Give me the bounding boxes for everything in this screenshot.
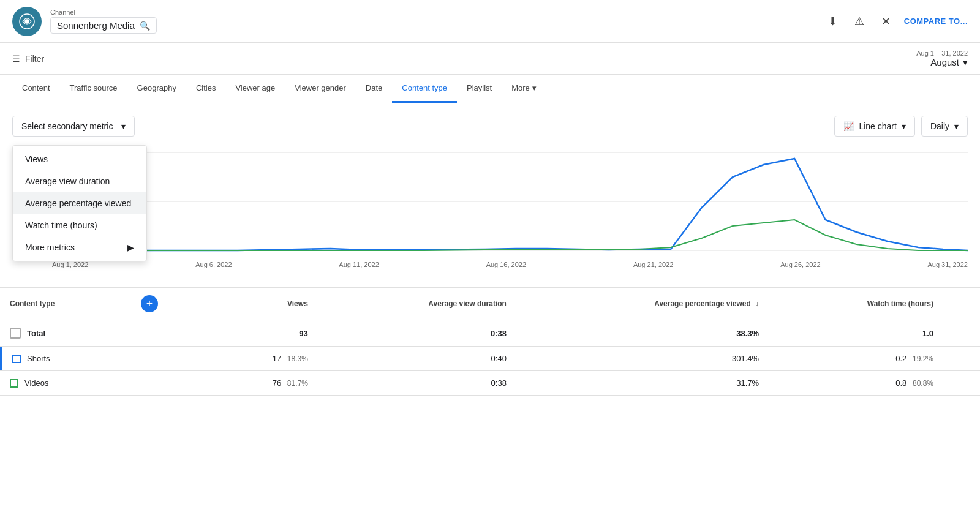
dropdown-watch-time[interactable]: Watch time (hours) (13, 214, 146, 236)
chart-type-button[interactable]: 📈 Line chart ▾ (834, 116, 914, 137)
filter-control[interactable]: ☰ Filter (12, 54, 44, 64)
shorts-views: 17 18.3% (206, 347, 318, 371)
line-chart-svg (52, 146, 968, 257)
frequency-label: Daily (930, 121, 949, 131)
shorts-watch-time: 0.2 19.2% (769, 347, 943, 371)
data-table-wrapper: Content type + Views Average view durati… (0, 287, 980, 396)
metric-dropdown-menu: Views Average view duration Average perc… (12, 145, 147, 261)
date-range-label: Aug 1 – 31, 2022 (916, 50, 968, 57)
col-header-watch-time: Watch time (hours) (769, 288, 943, 320)
col-header-spacer (943, 288, 980, 320)
tab-bar: Content Traffic source Geography Cities … (0, 75, 980, 103)
shorts-color-bar (0, 347, 2, 370)
shorts-avg-view-dur: 0:40 (318, 347, 516, 371)
filter-bar: ☰ Filter Aug 1 – 31, 2022 August ▾ (0, 43, 980, 75)
shorts-watch-time-pct: 19.2% (913, 355, 933, 363)
channel-name: Sonnenberg Media (57, 20, 135, 31)
table-header-row: Content type + Views Average view durati… (0, 288, 980, 320)
tab-viewer-gender[interactable]: Viewer gender (285, 75, 356, 103)
videos-color-indicator[interactable] (10, 379, 18, 388)
date-range-control[interactable]: Aug 1 – 31, 2022 August ▾ (916, 50, 968, 68)
shorts-label: Shorts (27, 354, 50, 363)
tab-date[interactable]: Date (356, 75, 392, 103)
search-icon: 🔍 (140, 21, 150, 31)
compare-button[interactable]: COMPARE TO... (904, 17, 968, 26)
tab-traffic-source[interactable]: Traffic source (60, 75, 127, 103)
alert-button[interactable]: ⚠ (851, 11, 868, 32)
add-column-button[interactable]: + (141, 295, 158, 312)
x-label-3: Aug 11, 2022 (339, 261, 379, 268)
videos-avg-pct-viewed: 31.7% (516, 371, 769, 396)
tab-cities[interactable]: Cities (186, 75, 226, 103)
frequency-dropdown-icon: ▾ (954, 121, 959, 131)
dropdown-views[interactable]: Views (13, 148, 146, 170)
chart-controls: Select secondary metric ▾ 📈 Line chart ▾… (12, 116, 968, 137)
videos-watch-time-pct: 80.8% (913, 379, 933, 388)
videos-views-pct: 81.7% (287, 379, 308, 388)
line-chart-icon: 📈 (843, 121, 854, 131)
channel-logo (12, 7, 42, 36)
total-avg-view-dur: 0:38 (318, 320, 516, 347)
metric-dropdown-icon: ▾ (121, 121, 126, 131)
x-label-5: Aug 21, 2022 (633, 261, 673, 268)
close-button[interactable]: ✕ (878, 11, 894, 32)
shorts-views-pct: 18.3% (287, 355, 308, 363)
table-row-total: Total 93 0:38 38.3% 1.0 (0, 320, 980, 347)
chart-wrapper: 1,200.0% 600.0% 0.0% Aug 1, 2022 Aug 6, … (12, 146, 968, 281)
tab-geography[interactable]: Geography (127, 75, 186, 103)
videos-views: 76 81.7% (206, 371, 318, 396)
col-header-views: Views (206, 288, 318, 320)
filter-label: Filter (25, 54, 44, 64)
data-table: Content type + Views Average view durati… (0, 288, 980, 396)
chart-type-dropdown-icon: ▾ (902, 121, 906, 131)
total-watch-time: 1.0 (769, 320, 943, 347)
download-button[interactable]: ⬇ (824, 11, 841, 32)
total-checkbox[interactable] (10, 328, 21, 339)
table-row-videos: Videos 76 81.7% 0:38 31.7% 0.8 80.8% (0, 371, 980, 396)
more-dropdown-icon: ▾ (532, 83, 537, 92)
top-bar: Channel Sonnenberg Media 🔍 ⬇ ⚠ ✕ COMPARE… (0, 0, 980, 43)
x-label-2: Aug 6, 2022 (195, 261, 232, 268)
dropdown-avg-view-duration[interactable]: Average view duration (13, 170, 146, 192)
tab-content[interactable]: Content (12, 75, 60, 103)
col-header-add: + (131, 288, 206, 320)
tab-playlist[interactable]: Playlist (457, 75, 502, 103)
date-range-value: August (930, 57, 959, 67)
shorts-color-indicator[interactable] (12, 355, 21, 363)
total-label: Total (27, 329, 45, 338)
tab-more[interactable]: More ▾ (502, 75, 546, 103)
x-label-6: Aug 26, 2022 (780, 261, 820, 268)
sort-arrow-icon: ↓ (755, 299, 759, 308)
filter-icon: ☰ (12, 54, 20, 64)
top-actions: ⬇ ⚠ ✕ COMPARE TO... (824, 11, 968, 32)
dropdown-avg-pct-viewed[interactable]: Average percentage viewed (13, 192, 146, 214)
dropdown-more-metrics[interactable]: More metrics ▶ (13, 236, 146, 258)
tab-viewer-age[interactable]: Viewer age (225, 75, 285, 103)
table-row-shorts: Shorts 17 18.3% 0:40 301.4% 0.2 19.2% (0, 347, 980, 371)
videos-avg-view-dur: 0:38 (318, 371, 516, 396)
videos-label: Videos (24, 378, 49, 388)
col-header-avg-pct-viewed: Average percentage viewed ↓ (516, 288, 769, 320)
videos-watch-time: 0.8 80.8% (769, 371, 943, 396)
date-dropdown-icon: ▾ (963, 57, 968, 68)
total-views: 93 (206, 320, 318, 347)
channel-name-box[interactable]: Sonnenberg Media 🔍 (50, 17, 157, 34)
more-metrics-arrow: ▶ (127, 242, 134, 252)
secondary-metric-dropdown[interactable]: Select secondary metric ▾ (12, 116, 135, 137)
secondary-metric-label: Select secondary metric (21, 121, 113, 131)
x-label-4: Aug 16, 2022 (486, 261, 526, 268)
channel-label: Channel (50, 9, 157, 16)
svg-point-1 (25, 20, 29, 23)
total-avg-pct-viewed: 38.3% (516, 320, 769, 347)
x-label-7: Aug 31, 2022 (927, 261, 967, 268)
channel-info: Channel Sonnenberg Media 🔍 (50, 9, 157, 34)
col-header-content-type: Content type (0, 288, 131, 320)
frequency-button[interactable]: Daily ▾ (921, 116, 968, 137)
shorts-avg-pct-viewed: 301.4% (516, 347, 769, 371)
col-header-avg-view-dur: Average view duration (318, 288, 516, 320)
chart-section: Select secondary metric ▾ 📈 Line chart ▾… (0, 103, 980, 281)
tab-content-type[interactable]: Content type (392, 75, 457, 103)
chart-type-label: Line chart (859, 121, 896, 131)
x-label-1: Aug 1, 2022 (52, 261, 88, 268)
